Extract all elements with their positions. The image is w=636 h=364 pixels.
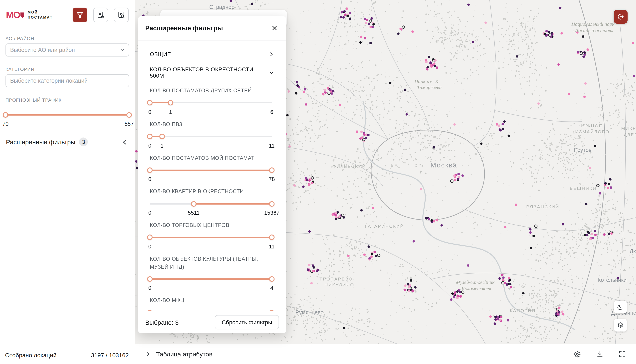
range-slider[interactable] bbox=[150, 234, 272, 240]
range-slider[interactable] bbox=[6, 112, 129, 118]
locations-counter: Отобрано локаций 3197 / 103162 bbox=[5, 352, 129, 358]
bottom-bar-actions bbox=[572, 349, 627, 359]
slider-handle-max[interactable] bbox=[269, 168, 275, 173]
range-slider[interactable] bbox=[150, 167, 272, 173]
slider-fill bbox=[150, 278, 272, 280]
logout-button[interactable] bbox=[614, 10, 627, 24]
slider-values: 011 bbox=[150, 243, 272, 250]
advanced-filters-badge: 3 bbox=[79, 138, 88, 146]
slider-handle-max[interactable] bbox=[269, 310, 275, 311]
slider-handle-min[interactable] bbox=[147, 100, 153, 106]
slider-value: 557 bbox=[125, 121, 134, 127]
slider-handle-min[interactable] bbox=[147, 235, 153, 240]
slider-handle-min[interactable] bbox=[191, 201, 197, 206]
document-gear-icon bbox=[97, 11, 105, 19]
slider-value: 5511 bbox=[188, 210, 200, 216]
range-slider[interactable] bbox=[150, 310, 272, 311]
range-filter-label: КОЛ-ВО ОБЪЕКТОВ КУЛЬТУРЫ (ТЕАТРЫ, МУЗЕЙ … bbox=[150, 255, 272, 271]
range-filter-label: КОЛ-ВО ПОСТАМАТОВ ДРУГИХ СЕТЕЙ bbox=[150, 87, 272, 95]
download-icon bbox=[596, 350, 604, 358]
slider-value: 1 bbox=[161, 142, 164, 149]
layers-button[interactable] bbox=[614, 319, 627, 332]
logout-icon bbox=[616, 13, 624, 21]
modal-footer: Выбрано: 3 Сбросить фильтры bbox=[138, 311, 286, 333]
slider-handle-max[interactable] bbox=[168, 100, 173, 106]
slider-handle-min[interactable] bbox=[147, 168, 153, 173]
chevron-left-icon bbox=[121, 138, 128, 145]
chevron-down-icon bbox=[269, 70, 274, 75]
filter-section-toggle[interactable]: КОЛ-ВО ОБЪЕКТОВ В ОКРЕСТНОСТИ 500М bbox=[138, 63, 286, 82]
reset-filters-button[interactable]: Сбросить фильтры bbox=[215, 315, 279, 330]
download-button[interactable] bbox=[595, 349, 605, 359]
range-filter-label: КОЛ-ВО ПВЗ bbox=[150, 121, 272, 129]
attributes-table-label: Таблица атрибутов bbox=[156, 350, 213, 358]
layers-icon bbox=[617, 322, 624, 328]
slider-value: 6 bbox=[270, 109, 273, 115]
modal-body: ОБЩИЕКОЛ-ВО ОБЪЕКТОВ В ОКРЕСТНОСТИ 500МК… bbox=[138, 40, 286, 311]
document-search-icon bbox=[117, 11, 125, 19]
categories-input[interactable] bbox=[6, 74, 129, 87]
range-filter: КОЛ-ВО МФЦ03 bbox=[138, 297, 286, 312]
slider-value: 0 bbox=[148, 176, 151, 182]
slider-handle-max[interactable] bbox=[159, 134, 165, 139]
range-filter: КОЛ-ВО КВАРТИР В ОКРЕСТНОСТИ0551115367 bbox=[138, 188, 286, 216]
chevron-down-icon[interactable] bbox=[120, 47, 125, 54]
slider-value: 0 bbox=[148, 142, 151, 149]
slider-values: 0551115367 bbox=[150, 210, 272, 216]
slider-track[interactable] bbox=[150, 136, 272, 137]
slider-handle-min[interactable] bbox=[147, 276, 153, 282]
expand-table-button[interactable] bbox=[144, 350, 152, 358]
settings-button[interactable] bbox=[572, 349, 582, 359]
range-filter: КОЛ-ВО ТОРГОВЫХ ЦЕНТРОВ011 bbox=[138, 222, 286, 250]
range-slider[interactable] bbox=[150, 201, 272, 207]
district-select bbox=[6, 44, 129, 56]
slider-fill bbox=[194, 203, 272, 204]
slider-handle-max[interactable] bbox=[269, 276, 275, 282]
slider-handle-max[interactable] bbox=[269, 235, 275, 240]
range-slider[interactable] bbox=[150, 134, 272, 140]
slider-handle-min[interactable] bbox=[3, 112, 8, 118]
theme-toggle-button[interactable] bbox=[614, 301, 627, 314]
collapse-panel-button[interactable] bbox=[120, 138, 129, 146]
fullscreen-button[interactable] bbox=[617, 349, 627, 359]
slider-handle-max[interactable] bbox=[126, 112, 132, 118]
slider-handle-min[interactable] bbox=[147, 310, 153, 311]
gear-icon bbox=[573, 350, 581, 358]
filter-section-toggle[interactable]: ОБЩИЕ bbox=[138, 45, 286, 63]
slider-value: 70 bbox=[3, 121, 9, 127]
district-select-input[interactable] bbox=[6, 44, 129, 56]
report-settings-button[interactable] bbox=[93, 8, 108, 22]
filter-section-label: ОБЩИЕ bbox=[150, 51, 171, 57]
slider-fill bbox=[150, 102, 171, 104]
chevron-right-icon bbox=[145, 351, 151, 357]
slider-value: 11 bbox=[269, 142, 275, 149]
categories-label: КАТЕГОРИИ bbox=[6, 67, 129, 72]
locations-counter-label: Отобрано локаций bbox=[5, 352, 57, 358]
logo-text: МОЙ ПОСТАМАТ bbox=[28, 10, 53, 20]
range-filter-label: КОЛ-ВО ТОРГОВЫХ ЦЕНТРОВ bbox=[150, 222, 272, 230]
fullscreen-icon bbox=[618, 350, 626, 358]
district-label: АО / РАЙОН bbox=[6, 36, 129, 41]
slider-handle-min[interactable] bbox=[147, 134, 153, 139]
slider-value: 1 bbox=[169, 109, 172, 115]
advanced-filters-row[interactable]: Расширенные фильтры 3 bbox=[0, 138, 135, 146]
slider-value: 4 bbox=[270, 285, 273, 291]
sidebar: МО МОЙ ПОСТАМАТ bbox=[0, 0, 135, 364]
slider-value: 0 bbox=[148, 285, 151, 291]
slider-handle-max[interactable] bbox=[269, 201, 275, 206]
range-slider[interactable] bbox=[150, 100, 272, 106]
slider-fill bbox=[6, 114, 129, 115]
traffic-slider-slot: 70557 bbox=[6, 112, 129, 128]
filter-funnel-icon bbox=[76, 11, 84, 19]
slider-value: 78 bbox=[269, 176, 275, 182]
slider-values: 70557 bbox=[6, 121, 129, 128]
categories-field bbox=[6, 74, 129, 87]
range-filter: КОЛ-ВО ОБЪЕКТОВ КУЛЬТУРЫ (ТЕАТРЫ, МУЗЕЙ … bbox=[138, 255, 286, 292]
inspect-tool-button[interactable] bbox=[114, 8, 129, 22]
map-canvas-area[interactable]: ОтрадноеНациональный парк«Лосиный остров… bbox=[135, 0, 636, 364]
slider-value: 0 bbox=[148, 109, 151, 115]
close-icon[interactable] bbox=[270, 23, 279, 33]
range-slider[interactable] bbox=[150, 276, 272, 282]
advanced-filters-modal: Расширенные фильтры ОБЩИЕКОЛ-ВО ОБЪЕКТОВ… bbox=[138, 16, 286, 333]
filters-tool-button[interactable] bbox=[73, 8, 87, 22]
